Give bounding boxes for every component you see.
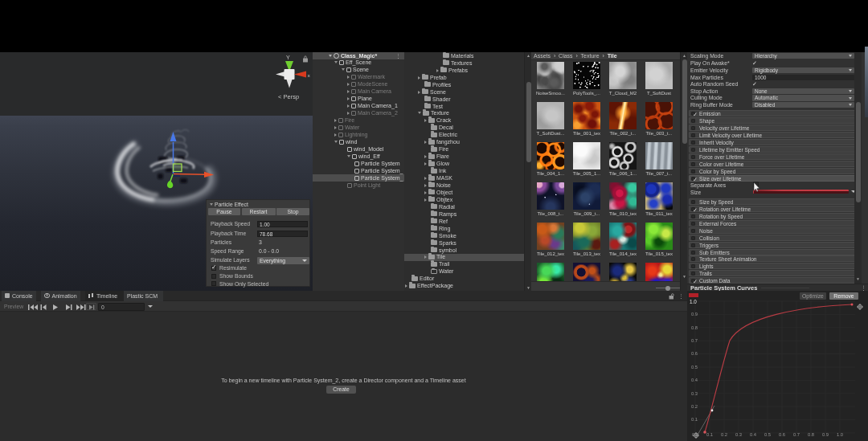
svg-text:Y: Y [286,55,290,60]
svg-text:x: x [308,73,311,78]
